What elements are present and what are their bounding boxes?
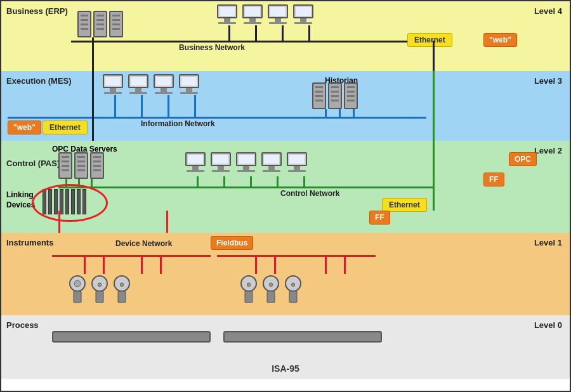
business-ethernet-badge: Ethernet: [407, 33, 452, 47]
svg-rect-15: [267, 291, 275, 303]
vline-ctrl3: [250, 176, 252, 186]
vline-comp2: [255, 25, 257, 41]
vline-left-spine: [92, 41, 94, 141]
process-level: Level 0: [534, 320, 562, 330]
computer-1: [217, 4, 237, 24]
control-label: Control (PAS): [6, 159, 60, 168]
svg-rect-6: [96, 291, 103, 303]
vline-right-ctrl: [433, 141, 435, 211]
computer-3: [268, 4, 288, 24]
svg-rect-2: [74, 291, 81, 303]
svg-text:⚙: ⚙: [119, 282, 124, 288]
control-servers: [58, 152, 104, 179]
exec-comp-2: [128, 74, 148, 94]
business-computers: [217, 4, 313, 24]
hist-server-2: [328, 82, 342, 109]
instrument-left-group: ⚙ ⚙ ⚙: [65, 271, 141, 311]
svg-rect-18: [289, 291, 297, 303]
exec-ethernet-badge: Ethernet: [43, 121, 88, 134]
ctrl-opc-badge: OPC: [509, 152, 537, 166]
ctrl-comp-2: [211, 152, 231, 172]
vline-ctrl1: [197, 176, 199, 186]
pipe-right: [223, 331, 382, 343]
computer-4: [293, 4, 313, 24]
vline-inst-l4: [160, 255, 162, 274]
vline-comp4: [308, 25, 310, 41]
pipe-left: [52, 331, 211, 343]
device-line-right: [217, 255, 376, 257]
vline-exec1: [114, 95, 116, 117]
vline-ctrl4: [277, 176, 279, 186]
vline-exec3: [167, 95, 169, 117]
vline-hist1: [325, 109, 327, 117]
vline-comp1: [228, 25, 230, 41]
historian-servers: [312, 82, 358, 109]
layer-control: Control (PAS) Level 2 OPC Data Servers: [1, 141, 570, 233]
vline-ctrl5: [303, 176, 305, 186]
exec-comp-3: [154, 74, 174, 94]
diagram-wrapper: Business (ERP) Level 4: [0, 0, 571, 392]
vline-comp3: [282, 25, 284, 41]
server-3: [109, 11, 123, 37]
info-network-label: Information Network: [141, 119, 215, 128]
ctrl-ff2-badge: FF: [369, 211, 390, 225]
vline-inst-r4: [344, 255, 346, 274]
vline-right-spine-green: [433, 71, 435, 141]
vline-inst-l3: [141, 255, 143, 274]
vline-ctrl2: [223, 176, 225, 186]
vline-exec2: [141, 95, 143, 117]
vline-exec4: [194, 95, 196, 117]
svg-point-3: [74, 280, 81, 287]
svg-rect-12: [245, 291, 253, 303]
ctrl-server-3: [90, 152, 104, 179]
fieldbus-badge: Fieldbus: [211, 236, 253, 250]
exec-web-badge: "web": [8, 121, 41, 134]
server-1: [77, 11, 91, 37]
ctrl-ethernet-badge: Ethernet: [382, 198, 427, 212]
info-network-line: [8, 117, 426, 119]
instrument-svg-right: ⚙ ⚙ ⚙: [236, 271, 312, 309]
ctrl-comp-1: [185, 152, 206, 172]
ctrl-comp-3: [236, 152, 256, 172]
business-web-badge: "web": [483, 33, 517, 47]
svg-text:⚙: ⚙: [97, 282, 102, 288]
business-label: Business (ERP): [6, 6, 68, 16]
control-network-line: [58, 186, 433, 188]
exec-comp-1: [103, 74, 123, 94]
computer-2: [242, 4, 263, 24]
instruments-level: Level 1: [534, 238, 562, 247]
vline-to-field-left: [58, 211, 60, 233]
vline-to-field-right: [166, 211, 168, 233]
business-network-line: [71, 41, 433, 42]
svg-text:⚙: ⚙: [291, 282, 296, 288]
ctrl-comp-4: [261, 152, 282, 172]
vline-opc3: [91, 179, 93, 186]
vline-hist3: [353, 109, 355, 117]
exec-comp-4: [179, 74, 199, 94]
business-servers: [77, 11, 123, 37]
instruments-label: Instruments: [6, 238, 53, 247]
hist-server-1: [312, 82, 326, 109]
layer-instruments: Instruments Level 1 Device Network Field…: [1, 233, 570, 315]
oval-highlight: [32, 184, 108, 222]
svg-rect-9: [118, 291, 126, 303]
business-level: Level 4: [534, 6, 562, 16]
vline-inst-r3: [325, 255, 327, 274]
execution-computers: [103, 74, 199, 94]
process-label: Process: [6, 320, 39, 330]
control-network-label: Control Network: [280, 189, 339, 198]
business-network-label: Business Network: [179, 43, 245, 52]
instrument-right-group: ⚙ ⚙ ⚙: [236, 271, 312, 311]
layer-business: Business (ERP) Level 4: [1, 1, 570, 71]
control-level: Level 2: [534, 146, 562, 155]
vline-hist2: [339, 109, 341, 117]
server-2: [93, 11, 107, 37]
layer-execution: Execution (MES) Level 3: [1, 71, 570, 141]
linking-devices-label: LinkingDevices: [6, 190, 35, 210]
isa-label: ISA-95: [1, 363, 570, 374]
ctrl-server-2: [74, 152, 88, 179]
vline-right-to-exec: [433, 41, 435, 71]
ctrl-server-1: [58, 152, 72, 179]
execution-label: Execution (MES): [6, 76, 72, 86]
device-line-left: [52, 255, 211, 257]
